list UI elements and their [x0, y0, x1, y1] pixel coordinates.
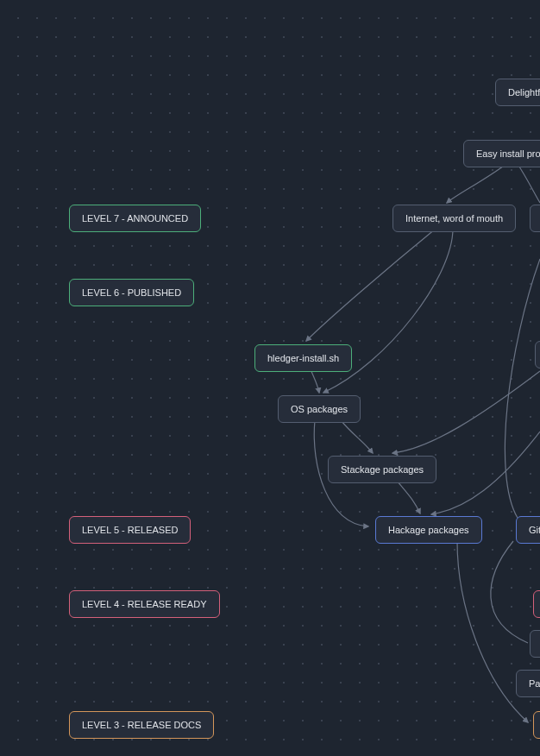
- level-6[interactable]: LEVEL 6 - PUBLISHED: [69, 279, 194, 306]
- node-delightful[interactable]: Delightful: [495, 79, 540, 106]
- node-pass[interactable]: Pass: [516, 670, 540, 697]
- level-5[interactable]: LEVEL 5 - RELEASED: [69, 516, 191, 544]
- node-right-a[interactable]: [530, 205, 540, 232]
- node-right-c[interactable]: [533, 590, 540, 618]
- node-os-packages[interactable]: OS packages: [278, 395, 361, 423]
- node-stackage[interactable]: Stackage packages: [328, 456, 436, 483]
- level-3[interactable]: LEVEL 3 - RELEASE DOCS: [69, 711, 214, 739]
- node-right-b[interactable]: [535, 341, 540, 369]
- node-internet[interactable]: Internet, word of mouth: [392, 205, 516, 232]
- node-github[interactable]: Github: [516, 516, 540, 544]
- node-right-e[interactable]: [533, 711, 540, 739]
- node-hackage[interactable]: Hackage packages: [375, 516, 482, 544]
- node-right-d[interactable]: [530, 630, 540, 658]
- level-4[interactable]: LEVEL 4 - RELEASE READY: [69, 590, 220, 618]
- dot-grid-background: [0, 0, 540, 756]
- node-install-sh[interactable]: hledger-install.sh: [254, 344, 352, 372]
- level-7[interactable]: LEVEL 7 - ANNOUNCED: [69, 205, 201, 232]
- node-easy-install[interactable]: Easy install process: [463, 140, 540, 167]
